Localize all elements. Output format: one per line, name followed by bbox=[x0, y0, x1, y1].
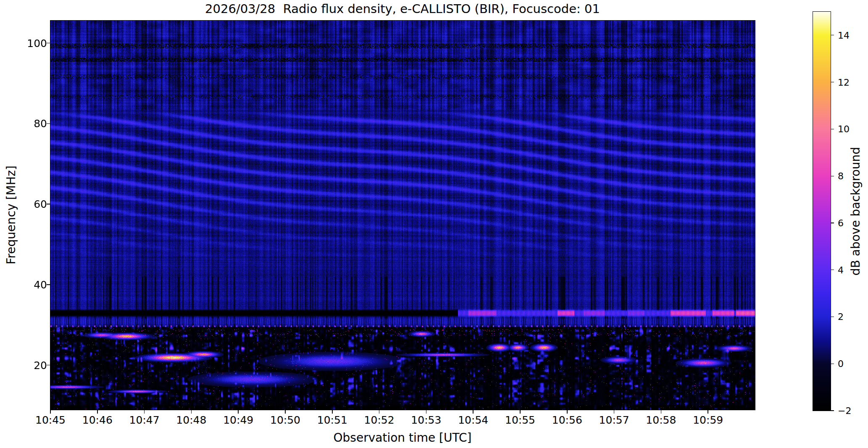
x-tick-mark bbox=[520, 410, 521, 414]
colorbar-tick-mark bbox=[831, 223, 834, 223]
colorbar-tick-mark bbox=[831, 317, 834, 317]
y-tick-mark bbox=[47, 43, 50, 44]
colorbar-tick-label: 10 bbox=[838, 124, 850, 134]
x-tick-mark bbox=[285, 410, 286, 414]
colorbar-tick-mark bbox=[831, 176, 834, 176]
x-tick-mark bbox=[332, 410, 333, 414]
y-axis-label: Frequency [MHz] bbox=[4, 165, 18, 264]
x-tick-label: 10:46 bbox=[82, 414, 113, 426]
x-tick-label: 10:54 bbox=[458, 414, 488, 426]
x-tick-mark bbox=[661, 410, 662, 414]
spectrogram-figure: 2026/03/28 Radio flux density, e-CALLIST… bbox=[0, 0, 868, 448]
x-tick-mark bbox=[614, 410, 615, 414]
y-tick-label: 20 bbox=[34, 359, 47, 371]
y-tick-mark bbox=[47, 204, 50, 204]
colorbar-tick-label: 8 bbox=[838, 171, 844, 181]
x-tick-label: 10:57 bbox=[599, 414, 629, 426]
y-tick-mark bbox=[47, 284, 50, 285]
colorbar-tick-label: 14 bbox=[838, 30, 850, 40]
colorbar-tick-mark bbox=[831, 129, 834, 129]
spectrogram-canvas bbox=[50, 21, 755, 410]
colorbar-tick-label: 6 bbox=[838, 217, 844, 228]
x-tick-label: 10:48 bbox=[176, 414, 206, 426]
colorbar-tick-label: 0 bbox=[838, 359, 844, 369]
x-tick-mark bbox=[50, 410, 51, 414]
x-tick-mark bbox=[379, 410, 380, 414]
x-tick-mark bbox=[97, 410, 98, 414]
x-tick-mark bbox=[473, 410, 473, 414]
colorbar-tick-label: 4 bbox=[838, 265, 844, 275]
colorbar-tick-mark bbox=[831, 82, 834, 82]
colorbar-tick-label: −2 bbox=[838, 406, 851, 416]
y-tick-mark bbox=[47, 365, 50, 366]
y-tick-label: 100 bbox=[27, 37, 47, 49]
x-tick-mark bbox=[191, 410, 192, 414]
colorbar-label: dB above background bbox=[849, 147, 863, 275]
x-tick-label: 10:53 bbox=[411, 414, 441, 426]
y-tick-mark bbox=[47, 123, 50, 124]
x-tick-label: 10:52 bbox=[364, 414, 395, 426]
y-tick-label: 40 bbox=[34, 278, 47, 291]
x-tick-mark bbox=[238, 410, 239, 414]
colorbar-tick-label: 12 bbox=[838, 77, 850, 87]
x-axis-label: Observation time [UTC] bbox=[334, 431, 472, 445]
colorbar bbox=[813, 12, 831, 411]
chart-title: 2026/03/28 Radio flux density, e-CALLIST… bbox=[205, 2, 600, 16]
y-tick-label: 80 bbox=[34, 118, 47, 130]
x-tick-label: 10:51 bbox=[317, 414, 347, 426]
x-tick-label: 10:55 bbox=[505, 414, 535, 426]
x-tick-mark bbox=[708, 410, 708, 414]
x-tick-label: 10:58 bbox=[646, 414, 676, 426]
x-tick-label: 10:47 bbox=[129, 414, 160, 426]
colorbar-tick-mark bbox=[831, 35, 834, 35]
y-tick-label: 60 bbox=[34, 198, 47, 210]
x-tick-label: 10:45 bbox=[35, 414, 66, 426]
x-tick-mark bbox=[567, 410, 568, 414]
x-tick-label: 10:50 bbox=[270, 414, 300, 426]
x-tick-mark bbox=[144, 410, 145, 414]
x-tick-label: 10:49 bbox=[223, 414, 253, 426]
colorbar-tick-mark bbox=[831, 270, 834, 270]
colorbar-tick-label: 2 bbox=[838, 312, 844, 322]
x-tick-mark bbox=[426, 410, 427, 414]
x-tick-label: 10:56 bbox=[552, 414, 582, 426]
colorbar-tick-mark bbox=[831, 410, 834, 411]
x-tick-label: 10:59 bbox=[693, 414, 723, 426]
colorbar-tick-mark bbox=[831, 364, 834, 364]
